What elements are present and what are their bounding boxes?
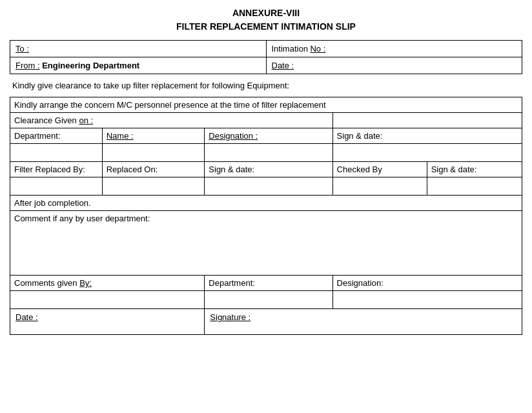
date-cell: Date : [266, 57, 522, 74]
to-cell: To : [10, 41, 267, 57]
designation2-cell: Designation: [332, 276, 522, 291]
intro-text: Kindly give clearance to take up filter … [10, 79, 522, 92]
name-header: Name : [102, 128, 205, 144]
filter-replaced-row: Filter Replaced By: Replaced On: Sign & … [10, 162, 522, 177]
page-title: ANNEXURE-VIII FILTER REPLACEMENT INTIMAT… [10, 6, 522, 34]
main-table: Kindly arrange the concern M/C personnel… [10, 97, 522, 335]
comments-empty-row [10, 291, 522, 309]
comment-cell: Comment if any by user department: [10, 211, 522, 276]
comments-given-cell: Comments given By: [10, 276, 205, 291]
filter-empty-row [10, 177, 522, 196]
sign-date-header: Sign & date: [332, 128, 522, 144]
header-table: To : Intimation No : From : Engineering … [10, 40, 522, 74]
arrange-row: Kindly arrange the concern M/C personnel… [10, 97, 522, 113]
from-cell: From : Engineering Department [10, 57, 267, 74]
checked-by-label: Checked By [332, 162, 427, 177]
to-label: To : [15, 44, 29, 54]
dept-empty-row [10, 144, 522, 162]
after-job-row: After job completion. [10, 196, 522, 211]
clearance-value-cell [332, 113, 522, 128]
date-label: Date : [272, 61, 294, 70]
dept-header: Department: [10, 128, 103, 144]
arrange-cell: Kindly arrange the concern M/C personnel… [10, 97, 522, 113]
dept-name-row: Department: Name : Designation : Sign & … [10, 128, 522, 144]
comment-row: Comment if any by user department: [10, 211, 522, 276]
dept2-cell: Department: [205, 276, 332, 291]
filter-replaced-label: Filter Replaced By: [10, 162, 103, 177]
signature-cell: Signature : [205, 309, 522, 335]
from-label: From : [15, 61, 40, 70]
intimation-cell: Intimation No : [266, 41, 522, 57]
from-value: Engineering Department [42, 61, 139, 70]
intimation-no-label: No : [310, 44, 325, 54]
comments-given-row: Comments given By: Department: Designati… [10, 276, 522, 291]
sign-date3-label: Sign & date: [427, 162, 522, 177]
clearance-row: Clearance Given on : [10, 113, 522, 128]
designation-header: Designation : [205, 128, 332, 144]
date2-cell: Date : [10, 309, 205, 335]
intimation-text: Intimation [272, 44, 311, 54]
sign-date2-label: Sign & date: [205, 162, 332, 177]
after-job-cell: After job completion. [10, 196, 522, 211]
replaced-on-label: Replaced On: [102, 162, 205, 177]
clearance-cell: Clearance Given on : [10, 113, 333, 128]
signature-row: Date : Signature : [10, 309, 522, 335]
